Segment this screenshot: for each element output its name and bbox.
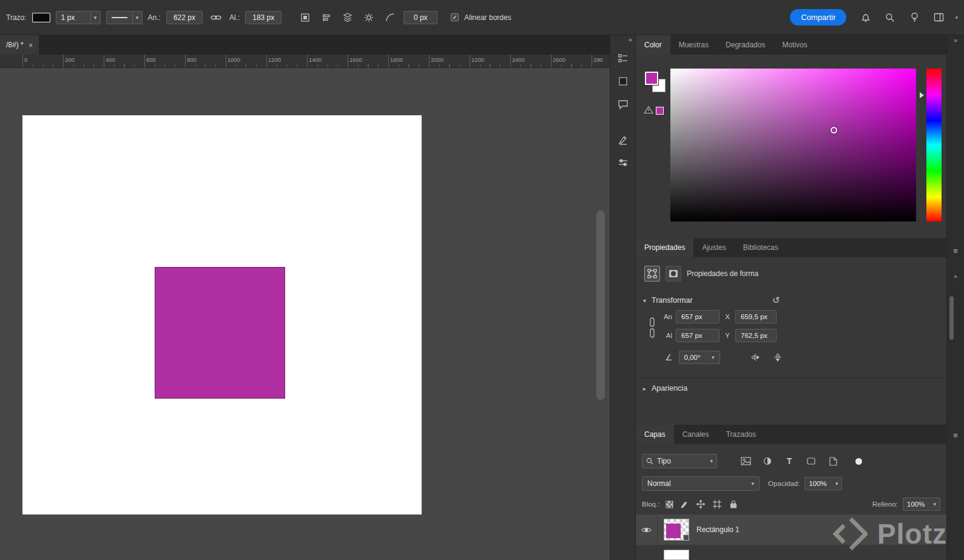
x-label: X [723, 313, 732, 320]
layer-filter-select[interactable]: Tipo ▾ [642, 454, 717, 468]
hue-slider[interactable] [926, 69, 942, 221]
filter-adjustment-layers-icon[interactable] [760, 454, 775, 468]
filter-type-layers-icon[interactable]: T [781, 454, 797, 468]
width-label: An [660, 313, 672, 320]
dock-scrollbar[interactable] [949, 296, 954, 340]
tab-motivos[interactable]: Motivos [774, 35, 815, 55]
transform-properties-icon[interactable] [644, 266, 660, 282]
blend-mode-value: Normal [647, 479, 671, 488]
shape-width-field[interactable]: 622 px [166, 11, 203, 24]
discover-lightbulb-icon[interactable] [906, 10, 922, 25]
swatch-panel-icon[interactable] [615, 74, 631, 89]
path-alignment-icon[interactable] [319, 10, 334, 25]
scroll-up-arrow[interactable]: ⌃ [597, 58, 602, 64]
tab-bibliotecas[interactable]: Bibliotecas [735, 238, 787, 257]
transform-section-header[interactable]: ▾ Transformar [643, 296, 693, 305]
shape-properties-row: Propiedades de forma [644, 266, 758, 282]
tab-degradados[interactable]: Degradados [717, 35, 774, 55]
options-bar: Trazo: 1 px ▾ ▾ An.: 622 px Al.: 183 px [0, 0, 964, 35]
panel-menu-icon[interactable]: ≡ [947, 246, 964, 255]
gamut-warning-swatch[interactable] [656, 107, 664, 115]
saturation-brightness-picker[interactable] [670, 69, 916, 221]
opacity-field[interactable]: 100% ▾ [804, 477, 842, 490]
angle-field[interactable]: 0,00° ▾ [679, 351, 720, 364]
stroke-style-dropdown[interactable]: ▾ [106, 11, 143, 24]
search-icon[interactable] [882, 10, 898, 25]
transform-x-field[interactable]: 659,5 px [735, 310, 777, 323]
transform-row-2: Al 657 px Y 762,5 px [660, 329, 777, 342]
canvas-area[interactable] [0, 68, 610, 560]
brush-settings-panel-icon[interactable] [615, 132, 631, 147]
filter-toggle-switch[interactable] [855, 458, 862, 465]
foreground-color-swatch[interactable] [645, 72, 658, 85]
appearance-title: Apariencia [652, 384, 687, 393]
tab-trazados[interactable]: Trazados [718, 425, 765, 444]
layer-row-partial[interactable] [636, 546, 946, 560]
comment-panel-icon[interactable] [615, 97, 631, 112]
bell-icon[interactable] [858, 10, 874, 25]
lock-artboard-icon[interactable] [712, 497, 723, 511]
shape-height-field[interactable]: 183 px [245, 11, 281, 24]
corner-radius-field[interactable]: 0 px [403, 11, 437, 24]
sliders-panel-icon[interactable] [615, 155, 631, 170]
align-edges-checkbox[interactable]: ✓ [451, 13, 459, 21]
filter-smart-objects-icon[interactable] [825, 454, 841, 468]
list-panel-icon[interactable] [615, 51, 631, 66]
tab-propiedades[interactable]: Propiedades [636, 238, 693, 257]
lock-label: Bloq.: [642, 501, 659, 508]
blend-mode-select[interactable]: Normal ▾ [642, 476, 760, 491]
flip-horizontal-icon[interactable] [748, 350, 764, 365]
panel-menu-icon[interactable]: ≡ [947, 431, 964, 440]
reset-transform-icon[interactable]: ↺ [772, 295, 780, 306]
link-wh-icon[interactable] [648, 315, 656, 340]
link-dimensions-icon[interactable] [208, 10, 224, 25]
filter-shape-layers-icon[interactable] [803, 454, 819, 468]
transform-height-field[interactable]: 657 px [676, 329, 720, 342]
path-operations-icon[interactable] [297, 10, 313, 25]
tab-color[interactable]: Color [636, 35, 670, 55]
tab-muestras[interactable]: Muestras [670, 35, 717, 55]
expand-dock-icon[interactable]: » [947, 36, 964, 44]
layer-row-selected[interactable]: Rectángulo 1 [636, 514, 946, 545]
share-button[interactable]: Compartir [790, 9, 846, 25]
layer-thumbnail[interactable] [664, 550, 689, 560]
tab-ajustes[interactable]: Ajustes [693, 238, 734, 257]
stroke-width-dropdown[interactable]: 1 px ▾ [56, 11, 101, 24]
fill-field[interactable]: 100% ▾ [903, 498, 940, 511]
lock-pixels-brush-icon[interactable] [679, 497, 690, 511]
tab-canales[interactable]: Canales [674, 425, 718, 444]
document-tab-title: /8#) * [6, 41, 24, 49]
flip-vertical-icon[interactable] [770, 350, 786, 365]
fill-label: Relleno: [872, 501, 898, 508]
workspace-panels-icon[interactable] [931, 10, 946, 25]
lock-all-icon[interactable] [728, 497, 739, 511]
layer-thumbnail[interactable] [664, 519, 689, 541]
rectangle-shape[interactable] [155, 267, 285, 399]
tab-capas[interactable]: Capas [636, 425, 674, 444]
close-icon[interactable]: × [29, 41, 33, 50]
vertical-scrollbar[interactable] [596, 211, 605, 400]
mask-properties-icon[interactable] [666, 266, 681, 282]
expand-dock-icon[interactable]: » [947, 273, 964, 280]
gear-icon[interactable] [361, 10, 377, 25]
chevron-down-icon[interactable]: ▾ [955, 15, 958, 21]
filter-pixel-layers-icon[interactable] [738, 454, 753, 468]
path-arrangement-icon[interactable] [340, 10, 356, 25]
align-edges-label: Alinear bordes [464, 13, 511, 22]
properties-panel: PropiedadesAjustesBibliotecas Propiedade… [636, 238, 946, 425]
transform-y-field[interactable]: 762,5 px [735, 329, 777, 342]
stroke-color-swatch[interactable] [32, 13, 50, 22]
appearance-section-header[interactable]: ▸ Apariencia [643, 384, 687, 393]
collapse-dock-icon[interactable]: « [629, 36, 632, 43]
ruler: 0200400600800100012001400160018002000220… [0, 55, 610, 68]
transform-width-field[interactable]: 657 px [676, 310, 720, 323]
color-picker-cursor[interactable] [831, 127, 837, 133]
lock-icons [666, 497, 739, 511]
gamut-warning-icon[interactable] [644, 106, 653, 114]
artboard[interactable] [22, 115, 422, 514]
lock-transparency-icon[interactable] [666, 501, 673, 508]
lock-position-move-icon[interactable] [695, 497, 706, 511]
layer-visibility-cell[interactable] [636, 514, 658, 545]
document-tab[interactable]: /8#) * × [0, 35, 39, 55]
hue-slider-pointer[interactable] [920, 92, 924, 98]
